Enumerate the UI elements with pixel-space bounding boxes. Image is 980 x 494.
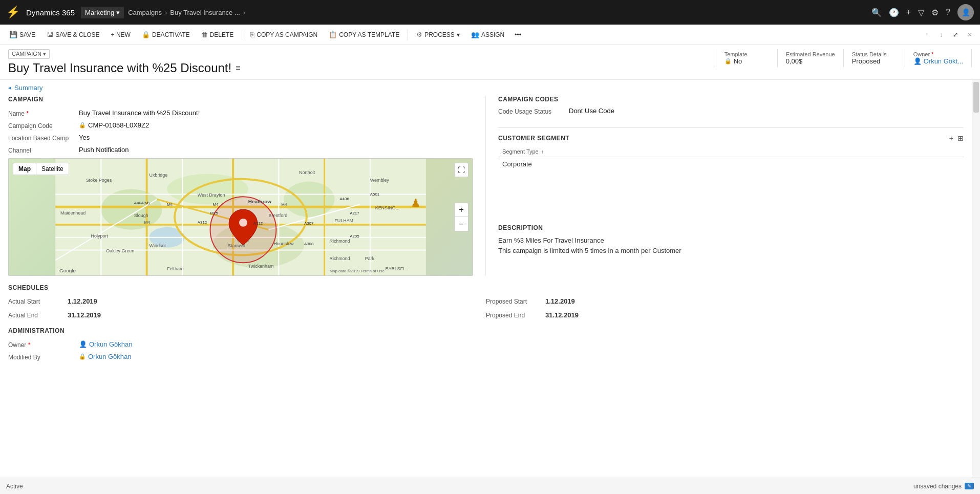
breadcrumb-separator-1: › [165, 9, 167, 16]
delete-button[interactable]: 🗑 DELETE [196, 29, 239, 40]
svg-text:Stanwell: Stanwell [228, 243, 245, 248]
admin-owner-field: Owner * 👤 Orkun Gökhan [8, 340, 964, 349]
code-usage-field: Code Usage Status Dont Use Code [498, 107, 964, 115]
nav-close-button[interactable]: ✕ [964, 29, 976, 41]
svg-text:M25: M25 [210, 211, 219, 216]
admin-owner-required: * [28, 341, 31, 349]
breadcrumb-current[interactable]: Buy Travel Insurance ... [170, 9, 240, 16]
description-line-1: Earn %3 Miles For Travel Insurance [498, 235, 964, 246]
owner-field: Owner * 👤 Orkun Gökt... [905, 49, 972, 67]
svg-text:A308: A308 [304, 242, 314, 246]
campaign-codes-title: Campaign Codes [498, 96, 964, 103]
save-icon: 💾 [9, 31, 17, 38]
description-title: DESCRIPTION [498, 224, 964, 231]
save-close-icon: 🖫 [47, 31, 53, 38]
name-required-star: * [26, 110, 29, 117]
command-bar: 💾 SAVE 🖫 SAVE & CLOSE + NEW 🔒 DEACTIVATE… [0, 25, 980, 45]
clock-button[interactable]: 🕐 [889, 8, 899, 17]
schedules-grid: Actual Start 1.12.2019 Proposed Start 1.… [8, 297, 964, 319]
map-zoom-out[interactable]: − [454, 217, 468, 231]
unsaved-badge: ✎ [965, 483, 974, 487]
schedules-title: SCHEDULES [8, 284, 964, 291]
svg-text:Oakley Green: Oakley Green [106, 248, 134, 253]
add-button[interactable]: + [906, 8, 911, 17]
sort-icon[interactable]: ↑ [541, 149, 544, 155]
actual-end-item: Actual End 31.12.2019 [8, 311, 486, 319]
segment-col-type: Segment Type ↑ [498, 146, 964, 157]
copy-template-button[interactable]: 📋 COPY AS TEMPLATE [324, 29, 404, 40]
segment-grid-button[interactable]: ⊞ [957, 134, 964, 142]
nav-down-arrow[interactable]: ↓ [935, 29, 947, 41]
nav-up-arrow[interactable]: ↑ [921, 29, 933, 41]
field-code: Campaign Code 🔒 CMP-01058-L0X9Z2 [8, 121, 473, 130]
module-dropdown[interactable]: Marketing ▾ [81, 7, 124, 18]
bottom-bar: Active unsaved changes ✎ [0, 478, 980, 487]
segment-add-button[interactable]: + [949, 134, 953, 142]
right-scrollbar[interactable] [972, 80, 980, 487]
help-button[interactable]: ? [946, 8, 950, 17]
svg-text:Richmond: Richmond [329, 239, 350, 244]
breadcrumb-campaigns[interactable]: Campaigns [128, 9, 162, 16]
campaign-badge[interactable]: CAMPAIGN ▾ [8, 49, 50, 59]
svg-text:Twickenham: Twickenham [248, 264, 273, 269]
template-field: Template 🔒 No [716, 49, 778, 67]
map-fullscreen-button[interactable]: ⛶ [454, 163, 468, 177]
map-tab-map[interactable]: Map [13, 163, 36, 175]
svg-text:Hounslow: Hounslow [273, 241, 294, 246]
assign-button[interactable]: 👥 ASSIGN [466, 29, 509, 40]
svg-text:Maidenhead: Maidenhead [60, 210, 86, 216]
segment-table: Segment Type ↑ Corporate [498, 146, 964, 171]
spacer-1 [498, 171, 964, 212]
top-navigation: ⚡ Dynamics 365 Marketing ▾ Campaigns › B… [0, 0, 980, 25]
title-menu-icon[interactable]: ≡ [236, 63, 240, 73]
copy-campaign-button[interactable]: ⎘ COPY AS CAMPAIGN [245, 29, 323, 40]
content-area: ◂ Summary CAMPAIGN Name * Buy Travel Ins… [0, 80, 980, 487]
save-button[interactable]: 💾 SAVE [4, 29, 40, 40]
save-close-button[interactable]: 🖫 SAVE & CLOSE [41, 29, 104, 40]
filter-button[interactable]: ▽ [918, 8, 924, 17]
summary-section-header[interactable]: ◂ Summary [0, 80, 972, 96]
svg-point-3 [284, 182, 334, 217]
svg-text:Richmond: Richmond [329, 256, 350, 261]
owner-required-star: * [931, 51, 933, 57]
campaign-codes-section: Campaign Codes Code Usage Status Dont Us… [498, 96, 964, 115]
owner-person-icon: 👤 [913, 57, 922, 65]
copy-campaign-icon: ⎘ [250, 31, 254, 38]
avatar[interactable]: 👤 [957, 4, 974, 20]
svg-text:A312: A312 [198, 220, 207, 225]
search-button[interactable]: 🔍 [871, 8, 882, 17]
new-button[interactable]: + NEW [106, 29, 136, 40]
breadcrumb-expand[interactable]: › [243, 9, 245, 16]
assign-icon: 👥 [471, 31, 479, 38]
svg-text:A312: A312 [253, 221, 263, 226]
svg-text:Uxbridge: Uxbridge [150, 173, 168, 178]
map-zoom-in[interactable]: + [454, 203, 468, 217]
svg-text:Stoke Poges: Stoke Poges [86, 178, 112, 183]
process-button[interactable]: ⚙ PROCESS ▾ [411, 29, 465, 40]
more-button[interactable]: ••• [510, 29, 525, 40]
main-content: ◂ Summary CAMPAIGN Name * Buy Travel Ins… [0, 80, 972, 487]
proposed-end-item: Proposed End 31.12.2019 [486, 311, 964, 319]
page-header-right: Template 🔒 No Estimated Revenue 0,00$ St… [716, 49, 972, 67]
field-channel: Channel Push Notification [8, 146, 473, 154]
field-name: Name * Buy Travel Insurance with %25 Dis… [8, 109, 473, 117]
two-column-layout: CAMPAIGN Name * Buy Travel Insurance wit… [0, 96, 972, 276]
segment-type-cell: Corporate [498, 157, 964, 171]
cmd-bar-right: ↑ ↓ ⤢ ✕ [921, 29, 976, 41]
nav-resize-button[interactable]: ⤢ [949, 29, 962, 41]
svg-text:Wembley: Wembley [370, 178, 390, 183]
modified-lock-icon: 🔒 [79, 353, 86, 360]
settings-button[interactable]: ⚙ [931, 8, 939, 17]
admin-owner-link[interactable]: Orkun Gökhan [89, 340, 133, 348]
map-container[interactable]: ♟ Stoke Poges Maidenhead Uxbridge Northo… [8, 158, 473, 276]
svg-text:West Drayton: West Drayton [198, 192, 225, 198]
modified-by-link[interactable]: Orkun Gökhan [88, 353, 132, 360]
map-tab-satellite[interactable]: Satellite [36, 163, 69, 175]
campaign-section-title: CAMPAIGN [8, 96, 473, 103]
owner-link[interactable]: Orkun Gökt... [924, 57, 963, 65]
administration-section: ADMINISTRATION Owner * 👤 Orkun Gökhan Mo… [0, 323, 972, 369]
svg-text:A307: A307 [304, 221, 314, 226]
app-name: Dynamics 365 [26, 8, 75, 17]
svg-text:EARLSFI...: EARLSFI... [386, 266, 409, 271]
deactivate-button[interactable]: 🔒 DEACTIVATE [137, 29, 195, 40]
